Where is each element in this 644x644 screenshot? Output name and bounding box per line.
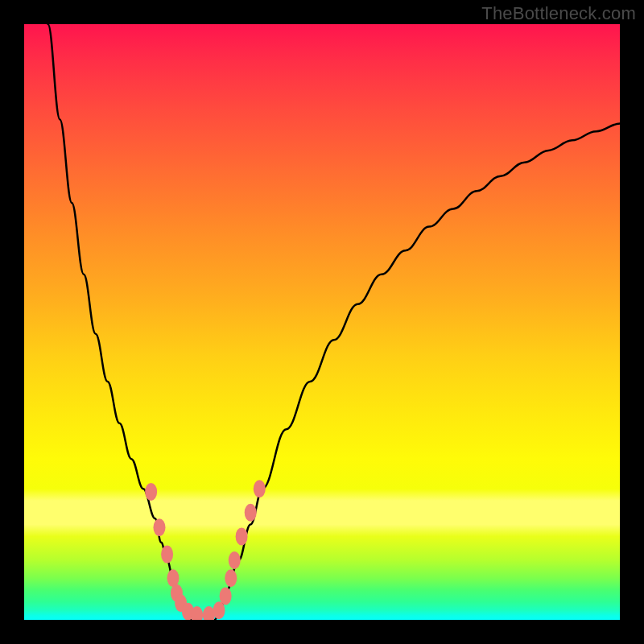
marker-dot xyxy=(220,587,232,605)
marker-dot xyxy=(161,546,173,564)
marker-dot xyxy=(153,518,165,536)
marker-dot xyxy=(203,606,215,620)
watermark-text: TheBottleneck.com xyxy=(481,3,636,24)
marker-dot xyxy=(229,551,241,569)
curve-lines xyxy=(48,24,620,620)
marker-dot xyxy=(225,569,237,587)
marker-dot xyxy=(236,527,248,545)
marker-dot xyxy=(145,483,157,501)
curve-markers xyxy=(145,480,266,620)
plot-area xyxy=(24,24,620,620)
series-left-branch xyxy=(48,24,192,620)
marker-dot xyxy=(254,480,266,497)
series-right-branch xyxy=(215,124,620,620)
curve-layer xyxy=(24,24,620,620)
chart-frame: TheBottleneck.com xyxy=(0,0,644,644)
marker-dot xyxy=(245,504,257,522)
